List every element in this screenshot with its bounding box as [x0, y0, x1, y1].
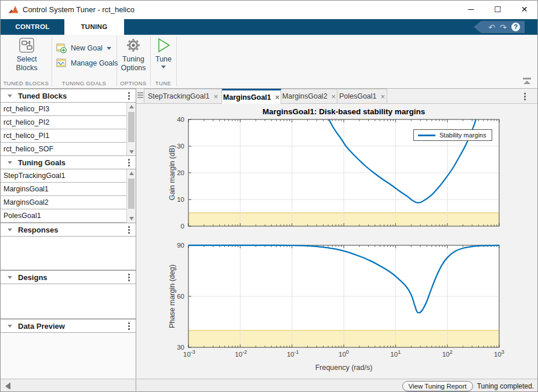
collapse-arrow-icon[interactable] [8, 325, 12, 328]
document-list-icon[interactable] [137, 92, 143, 99]
matlab-logo-icon [8, 4, 19, 16]
group-label-tuned-blocks: TUNED BLOCKS [1, 80, 52, 86]
section-header-designs[interactable]: Designs [1, 270, 136, 284]
svg-text:30: 30 [177, 344, 184, 351]
doc-tab-marginsgoal2[interactable]: MarginsGoal2× [281, 89, 337, 104]
svg-text:10-3: 10-3 [183, 349, 195, 358]
legend-line-sample [418, 135, 435, 136]
scroll-up-icon[interactable] [129, 105, 134, 108]
tab-tuning[interactable]: TUNING [64, 19, 124, 35]
svg-text:20: 20 [177, 169, 184, 176]
close-tab-icon[interactable]: × [275, 93, 280, 101]
tab-control-system[interactable]: CONTROL SYSTEM [1, 19, 64, 35]
section-menu-icon[interactable] [128, 274, 130, 281]
undo-icon[interactable]: ↶ [489, 23, 496, 31]
group-label-options: OPTIONS [117, 80, 150, 86]
group-label-tuning-goals: TUNING GOALS [52, 80, 117, 86]
list-item[interactable]: rct_helico_PI2 [1, 116, 126, 129]
section-header-tuned-blocks[interactable]: Tuned Blocks [1, 89, 136, 103]
new-goal-icon [56, 43, 67, 53]
scroll-down-icon[interactable] [129, 217, 134, 220]
section-menu-icon[interactable] [128, 159, 130, 166]
tune-dropdown-icon[interactable] [161, 66, 166, 68]
legend[interactable]: Stability margins [413, 129, 492, 141]
section-header-data-preview[interactable]: Data Preview [1, 319, 136, 333]
section-header-tuning-goals[interactable]: Tuning Goals [1, 155, 136, 169]
tuning-options-button[interactable]: Tuning Options [118, 37, 149, 72]
list-item[interactable]: rct_helico_PI1 [1, 129, 126, 143]
section-menu-icon[interactable] [128, 322, 130, 330]
list-item[interactable]: StepTrackingGoal1 [1, 169, 126, 183]
doc-tab-polesgoal1[interactable]: PolesGoal1× [337, 89, 387, 104]
window-title: Control System Tuner - rct_helico [23, 5, 134, 14]
document-tab-bar: StepTrackingGoal1× MarginsGoal1× Margins… [136, 89, 538, 104]
manage-goals-button[interactable]: Manage Goals [56, 58, 118, 68]
collapse-arrow-icon[interactable] [8, 161, 12, 164]
minimize-button[interactable]: ─ [458, 1, 484, 19]
section-menu-icon[interactable] [128, 226, 130, 234]
new-goal-dropdown-icon[interactable] [107, 47, 111, 50]
stability-margins-plot[interactable]: 01020304030609010-310-210-1100101102103 [136, 104, 538, 379]
list-item[interactable]: MarginsGoal1 [1, 183, 126, 196]
status-message: Tuning completed. [477, 382, 534, 390]
docbar-menu-icon[interactable] [524, 93, 526, 100]
svg-text:103: 103 [494, 349, 504, 358]
status-bar: View Tuning Report Tuning completed. [1, 379, 537, 392]
redo-icon[interactable]: ↷ [500, 23, 507, 31]
select-blocks-icon [19, 37, 35, 53]
figure-area: 01020304030609010-310-210-1100101102103 … [136, 104, 538, 379]
svg-text:10-2: 10-2 [235, 349, 247, 358]
scroll-thumb[interactable] [128, 179, 134, 209]
svg-text:40: 40 [177, 116, 184, 123]
responses-panel [1, 237, 136, 270]
ribbon-separator [150, 37, 151, 86]
scroll-thumb[interactable] [128, 112, 134, 142]
svg-text:60: 60 [177, 293, 184, 300]
app-window: Control System Tuner - rct_helico ─ ☐ ✕ … [0, 0, 538, 392]
section-menu-icon[interactable] [128, 92, 130, 100]
collapse-arrow-icon[interactable] [8, 276, 12, 279]
svg-text:101: 101 [390, 349, 401, 358]
ribbon: Select Blocks TUNED BLOCKS New Goal Mana… [1, 35, 537, 89]
maximize-button[interactable]: ☐ [485, 1, 511, 19]
tuned-blocks-list: rct_helico_PI3 rct_helico_PI2 rct_helico… [1, 103, 136, 156]
scroll-down-icon[interactable] [129, 150, 134, 154]
svg-text:10: 10 [177, 196, 184, 203]
collapse-arrow-icon[interactable] [8, 228, 12, 231]
scrollbar[interactable] [126, 103, 136, 156]
view-tuning-report-button[interactable]: View Tuning Report [402, 381, 473, 391]
close-tab-icon[interactable]: × [213, 92, 218, 101]
list-item[interactable]: rct_helico_SOF [1, 143, 126, 156]
doc-tab-steptrackinggoal1[interactable]: StepTrackingGoal1× [144, 89, 222, 104]
list-item[interactable]: MarginsGoal2 [1, 196, 126, 209]
tune-play-icon [156, 37, 171, 53]
tuning-goals-list: StepTrackingGoal1 MarginsGoal1 MarginsGo… [1, 169, 136, 223]
svg-text:30: 30 [177, 143, 184, 150]
list-item[interactable]: rct_helico_PI3 [1, 103, 126, 116]
help-icon[interactable]: ? [511, 23, 520, 31]
manage-goals-icon [56, 58, 67, 68]
collapse-panel-icon[interactable] [5, 383, 10, 389]
chart-title: MarginsGoal1: Disk-based stability margi… [188, 107, 499, 116]
collapse-ribbon-icon[interactable] [522, 78, 532, 85]
collapse-arrow-icon[interactable] [8, 95, 12, 97]
scroll-up-icon[interactable] [129, 172, 134, 175]
doc-tab-marginsgoal1[interactable]: MarginsGoal1× [222, 89, 281, 104]
y-axis-label-gain: Gain margin (dB) [168, 145, 176, 200]
designs-panel [1, 284, 136, 319]
select-blocks-button[interactable]: Select Blocks [6, 37, 47, 72]
status-bar-right: View Tuning Report Tuning completed. [402, 379, 534, 392]
y-axis-label-phase: Phase margin (deg) [168, 264, 176, 328]
svg-text:102: 102 [442, 349, 453, 358]
status-bar-left [1, 379, 136, 392]
list-item[interactable]: PolesGoal1 [1, 209, 126, 223]
tune-button[interactable]: Tune [151, 37, 176, 68]
close-tab-icon[interactable]: × [332, 92, 336, 101]
left-panel: Tuned Blocks rct_helico_PI3 rct_helico_P… [1, 89, 136, 379]
section-header-responses[interactable]: Responses [1, 223, 136, 237]
new-goal-button[interactable]: New Goal [56, 43, 111, 53]
close-tab-icon[interactable]: × [381, 92, 386, 101]
close-button[interactable]: ✕ [511, 1, 537, 19]
group-label-tune: TUNE [150, 80, 176, 86]
scrollbar[interactable] [126, 169, 136, 223]
